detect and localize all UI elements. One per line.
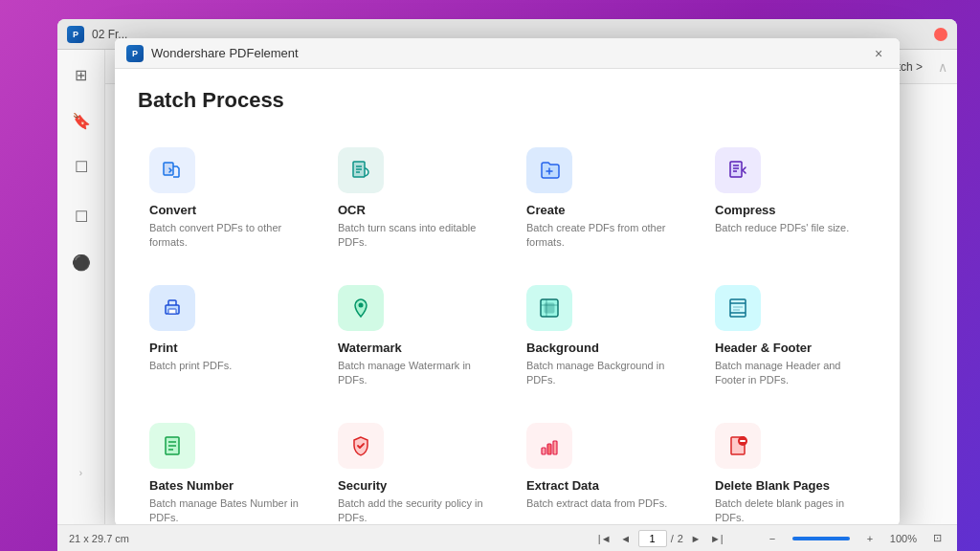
sidebar-icon-panels[interactable]: ⊞ bbox=[66, 59, 97, 90]
status-bar: 21 x 29.7 cm |◄ ◄ / 2 ► ►| − + 100% ⊡ bbox=[57, 524, 957, 551]
sidebar-icon-search[interactable]: ⚫ bbox=[66, 247, 97, 277]
page-prev-button[interactable]: ◄ bbox=[617, 530, 635, 547]
page-title: Batch Process bbox=[138, 88, 877, 113]
batch-item-icon-print bbox=[149, 285, 195, 331]
svg-rect-26 bbox=[547, 444, 551, 454]
page-total: 2 bbox=[678, 533, 683, 544]
svg-rect-16 bbox=[730, 299, 746, 317]
batch-item-delete-blank[interactable]: Delete Blank PagesBatch delete blank pag… bbox=[703, 408, 877, 526]
batch-item-title-extract-data: Extract Data bbox=[526, 478, 677, 493]
batch-item-extract-data[interactable]: Extract DataBatch extract data from PDFs… bbox=[515, 408, 688, 526]
batch-item-watermark[interactable]: WatermarkBatch manage Watermark in PDFs. bbox=[326, 270, 500, 400]
dialog-titlebar: P Wondershare PDFelement × bbox=[115, 38, 900, 69]
batch-item-desc-header-footer: Batch manage Header and Footer in PDFs. bbox=[715, 359, 865, 388]
batch-item-desc-print: Batch print PDFs. bbox=[149, 359, 300, 373]
batch-item-icon-watermark bbox=[338, 285, 384, 331]
batch-item-title-convert: Convert bbox=[149, 203, 300, 217]
sidebar-arrow: › bbox=[79, 468, 82, 478]
page-last-button[interactable]: ►| bbox=[708, 530, 725, 547]
batch-item-icon-ocr bbox=[338, 147, 384, 193]
batch-item-convert[interactable]: ConvertBatch convert PDFs to other forma… bbox=[138, 132, 311, 262]
batch-item-desc-background: Batch manage Background in PDFs. bbox=[526, 359, 677, 388]
page-separator: / bbox=[671, 533, 674, 544]
batch-item-title-background: Background bbox=[526, 341, 677, 355]
modal-overlay: P Wondershare PDFelement × Batch Process… bbox=[57, 19, 957, 536]
batch-item-desc-bates-number: Batch manage Bates Number in PDFs. bbox=[149, 496, 300, 526]
page-dimensions: 21 x 29.7 cm bbox=[69, 533, 129, 544]
batch-item-background[interactable]: BackgroundBatch manage Background in PDF… bbox=[515, 270, 688, 400]
batch-item-icon-create bbox=[526, 147, 572, 193]
page-first-button[interactable]: |◄ bbox=[596, 530, 613, 547]
outer-close-button[interactable] bbox=[934, 28, 947, 41]
batch-process-dialog: P Wondershare PDFelement × Batch Process… bbox=[115, 38, 900, 526]
batch-item-title-header-footer: Header & Footer bbox=[715, 341, 865, 355]
batch-item-title-bates-number: Bates Number bbox=[149, 478, 300, 493]
batch-item-icon-extract-data bbox=[526, 423, 572, 469]
page-navigation: |◄ ◄ / 2 ► ►| bbox=[596, 530, 725, 547]
dialog-title-text: Wondershare PDFelement bbox=[151, 46, 299, 60]
batch-item-title-compress: Compress bbox=[715, 203, 865, 217]
batch-item-title-security: Security bbox=[338, 478, 488, 493]
svg-rect-12 bbox=[168, 309, 176, 314]
svg-rect-27 bbox=[553, 441, 557, 454]
sidebar-icon-page2[interactable]: ☐ bbox=[66, 201, 97, 231]
batch-item-icon-delete-blank bbox=[715, 423, 761, 469]
svg-rect-15 bbox=[545, 303, 554, 313]
batch-item-title-print: Print bbox=[149, 341, 300, 355]
dialog-content: Batch Process ConvertBatch convert PDFs … bbox=[115, 69, 900, 526]
batch-item-create[interactable]: CreateBatch create PDFs from other forma… bbox=[515, 132, 688, 262]
svg-rect-7 bbox=[730, 162, 742, 177]
svg-rect-25 bbox=[542, 448, 546, 454]
top-scroll-up[interactable]: ∧ bbox=[938, 59, 947, 75]
fit-window-button[interactable]: ⊡ bbox=[928, 530, 946, 547]
batch-grid: ConvertBatch convert PDFs to other forma… bbox=[138, 132, 877, 526]
dialog-close-button[interactable]: × bbox=[869, 44, 888, 63]
batch-item-desc-compress: Batch reduce PDFs' file size. bbox=[715, 221, 865, 235]
batch-item-desc-convert: Batch convert PDFs to other formats. bbox=[149, 221, 300, 251]
zoom-out-button[interactable]: − bbox=[764, 530, 781, 547]
sidebar-icon-bookmark[interactable]: 🔖 bbox=[66, 105, 97, 136]
sidebar-icon-page1[interactable]: ☐ bbox=[66, 151, 97, 182]
zoom-in-button[interactable]: + bbox=[861, 530, 879, 547]
batch-item-icon-header-footer bbox=[715, 285, 761, 331]
batch-item-desc-watermark: Batch manage Watermark in PDFs. bbox=[338, 359, 488, 388]
batch-item-bates-number[interactable]: Bates NumberBatch manage Bates Number in… bbox=[138, 408, 311, 526]
zoom-bar bbox=[792, 537, 850, 540]
page-next-button[interactable]: ► bbox=[687, 530, 704, 547]
dialog-title-left: P Wondershare PDFelement bbox=[126, 45, 299, 62]
dialog-app-icon: P bbox=[126, 45, 144, 62]
batch-item-title-create: Create bbox=[526, 203, 677, 217]
batch-item-ocr[interactable]: OCRBatch turn scans into editable PDFs. bbox=[326, 132, 500, 262]
batch-item-desc-extract-data: Batch extract data from PDFs. bbox=[526, 496, 677, 511]
batch-item-security[interactable]: SecurityBatch add the security policy in… bbox=[326, 408, 500, 526]
batch-item-icon-background bbox=[526, 285, 572, 331]
page-number-input[interactable] bbox=[638, 530, 667, 547]
zoom-level: 100% bbox=[890, 533, 917, 544]
batch-item-icon-convert bbox=[149, 147, 195, 193]
batch-item-header-footer[interactable]: Header & FooterBatch manage Header and F… bbox=[703, 270, 877, 400]
app-icon: P bbox=[67, 26, 84, 43]
batch-item-desc-create: Batch create PDFs from other formats. bbox=[526, 221, 677, 251]
batch-item-print[interactable]: PrintBatch print PDFs. bbox=[138, 270, 311, 400]
batch-item-desc-ocr: Batch turn scans into editable PDFs. bbox=[338, 221, 488, 251]
batch-item-compress[interactable]: CompressBatch reduce PDFs' file size. bbox=[703, 132, 877, 262]
batch-item-desc-security: Batch add the security policy in PDFs. bbox=[338, 496, 488, 526]
svg-rect-0 bbox=[164, 163, 173, 175]
svg-point-13 bbox=[359, 302, 364, 307]
batch-item-icon-bates-number bbox=[149, 423, 195, 469]
batch-item-title-watermark: Watermark bbox=[338, 341, 488, 355]
batch-item-title-ocr: OCR bbox=[338, 203, 488, 217]
batch-item-icon-security bbox=[338, 423, 384, 469]
batch-item-title-delete-blank: Delete Blank Pages bbox=[715, 478, 865, 493]
batch-item-icon-compress bbox=[715, 147, 761, 193]
zoom-fill bbox=[792, 537, 850, 540]
batch-item-desc-delete-blank: Batch delete blank pages in PDFs. bbox=[715, 496, 865, 526]
sidebar: ⊞ 🔖 ☐ ☐ ⚫ › bbox=[57, 50, 105, 536]
